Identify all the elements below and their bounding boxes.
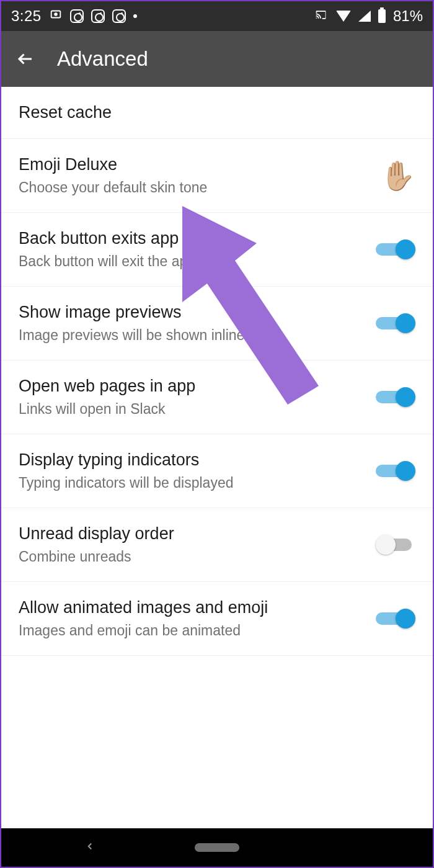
battery-icon — [378, 9, 386, 23]
settings-list: Reset cache Emoji Deluxe Choose your def… — [1, 87, 433, 656]
hand-emoji-icon: ✋🏼 — [380, 159, 415, 192]
nav-home-pill[interactable] — [195, 843, 239, 852]
setting-subtitle: Links will open in Slack — [19, 401, 366, 418]
toggle-typing-indicators[interactable] — [376, 459, 415, 483]
wifi-icon — [336, 11, 351, 22]
setting-unread-order[interactable]: Unread display order Combine unreads — [1, 508, 433, 582]
toggle-unread-order[interactable] — [376, 533, 415, 557]
battery-percent: 81% — [393, 7, 423, 25]
more-notifications-icon — [133, 14, 137, 18]
nav-back-button[interactable] — [84, 841, 95, 854]
setting-animated-images[interactable]: Allow animated images and emoji Images a… — [1, 582, 433, 656]
setting-typing-indicators[interactable]: Display typing indicators Typing indicat… — [1, 434, 433, 508]
setting-title: Back button exits app — [19, 229, 366, 248]
setting-title: Allow animated images and emoji — [19, 598, 366, 617]
notification-icon — [49, 7, 63, 25]
page-title: Advanced — [57, 47, 148, 71]
status-bar: 3:25 81% — [1, 1, 433, 31]
system-nav-bar — [1, 828, 433, 867]
instagram-icon — [112, 9, 126, 23]
setting-back-button-exits[interactable]: Back button exits app Back button will e… — [1, 213, 433, 287]
setting-title: Unread display order — [19, 524, 366, 544]
toggle-web-pages[interactable] — [376, 385, 415, 409]
setting-title: Reset cache — [19, 103, 415, 122]
setting-open-web-pages[interactable]: Open web pages in app Links will open in… — [1, 360, 433, 434]
setting-title: Display typing indicators — [19, 450, 366, 470]
setting-subtitle: Images and emoji can be animated — [19, 622, 366, 639]
setting-image-previews[interactable]: Show image previews Image previews will … — [1, 287, 433, 360]
app-bar: Advanced — [1, 31, 433, 87]
setting-subtitle: Back button will exit the app — [19, 253, 366, 270]
toggle-image-previews[interactable] — [376, 311, 415, 335]
setting-title: Open web pages in app — [19, 377, 366, 396]
setting-subtitle: Choose your default skin tone — [19, 179, 370, 196]
toggle-back-exits[interactable] — [376, 238, 415, 261]
setting-subtitle: Typing indicators will be displayed — [19, 475, 366, 491]
signal-icon — [358, 11, 371, 22]
instagram-icon — [70, 9, 84, 23]
setting-subtitle: Image previews will be shown inline — [19, 327, 366, 344]
cast-icon — [314, 7, 329, 25]
status-time: 3:25 — [11, 7, 42, 25]
setting-title: Emoji Deluxe — [19, 155, 370, 174]
setting-reset-cache[interactable]: Reset cache — [1, 87, 433, 139]
back-button[interactable] — [16, 50, 35, 68]
setting-title: Show image previews — [19, 303, 366, 322]
setting-emoji-deluxe[interactable]: Emoji Deluxe Choose your default skin to… — [1, 139, 433, 213]
instagram-icon — [91, 9, 105, 23]
setting-subtitle: Combine unreads — [19, 548, 366, 565]
svg-point-1 — [54, 12, 58, 16]
toggle-animated-images[interactable] — [376, 607, 415, 630]
